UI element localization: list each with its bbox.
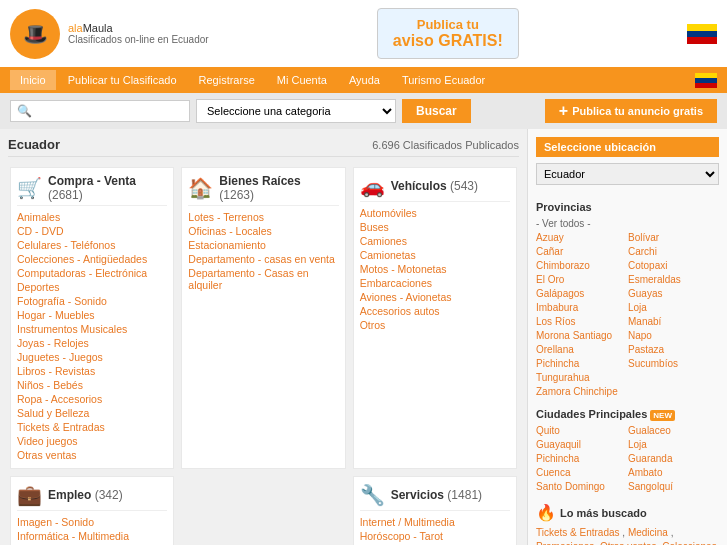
prov-canar[interactable]: Cañar	[536, 245, 627, 258]
ciudades-title-text: Ciudades Principales	[536, 408, 647, 420]
prov-cotopaxi[interactable]: Cotopaxi	[628, 259, 719, 272]
lm-medicina[interactable]: Medicina	[628, 527, 668, 538]
compra-fotografia[interactable]: Fotografía - Sonido	[17, 295, 107, 307]
ciudad-santodomingo[interactable]: Santo Domingo	[536, 480, 627, 493]
bienes-lotes[interactable]: Lotes - Terrenos	[188, 211, 264, 223]
compra-joyas[interactable]: Joyas - Relojes	[17, 337, 89, 349]
emp-informatica[interactable]: Informática - Multimedia	[17, 530, 129, 542]
prov-pichincha[interactable]: Pichincha	[536, 357, 627, 370]
compra-video[interactable]: Video juegos	[17, 435, 78, 447]
provincias-section: Provincias - Ver todos - Azuay Bolívar C…	[536, 201, 719, 398]
prov-morona[interactable]: Morona Santiago	[536, 329, 627, 342]
prov-orellana[interactable]: Orellana	[536, 343, 627, 356]
compra-tickets[interactable]: Tickets & Entradas	[17, 421, 105, 433]
nav-turismo[interactable]: Turismo Ecuador	[392, 70, 495, 90]
prov-tungurahua[interactable]: Tungurahua	[536, 371, 627, 384]
nav-registrarse[interactable]: Registrarse	[189, 70, 265, 90]
list-item: Ropa - Accesorios	[17, 392, 167, 406]
compra-juguetes[interactable]: Juguetes - Juegos	[17, 351, 103, 363]
compra-instrumentos[interactable]: Instrumentos Musicales	[17, 323, 127, 335]
nav-inicio[interactable]: Inicio	[10, 70, 56, 90]
ciudad-cuenca[interactable]: Cuenca	[536, 466, 627, 479]
compra-ninos[interactable]: Niños - Bebés	[17, 379, 83, 391]
compra-salud[interactable]: Salud y Belleza	[17, 407, 89, 419]
lm-promociones[interactable]: Promociones	[536, 541, 594, 545]
nav-publicar[interactable]: Publicar tu Clasificado	[58, 70, 187, 90]
compra-colecciones[interactable]: Colecciones - Antigüedades	[17, 253, 147, 265]
category-compra-header: 🛒 Compra - Venta (2681)	[17, 174, 167, 206]
ciudad-guayaquil[interactable]: Guayaquil	[536, 438, 627, 451]
plus-icon: +	[559, 102, 568, 120]
prov-zamora[interactable]: Zamora Chinchipe	[536, 385, 719, 398]
prov-loja[interactable]: Loja	[628, 301, 719, 314]
compra-otras[interactable]: Otras ventas	[17, 449, 77, 461]
serv-horoscopo[interactable]: Horóscopo - Tarot	[360, 530, 443, 542]
lm-otras[interactable]: Otras ventas	[600, 541, 657, 545]
prov-guayas[interactable]: Guayas	[628, 287, 719, 300]
nav-ayuda[interactable]: Ayuda	[339, 70, 390, 90]
prov-manabi[interactable]: Manabí	[628, 315, 719, 328]
prov-chimborazo[interactable]: Chimborazo	[536, 259, 627, 272]
veh-otros[interactable]: Otros	[360, 319, 386, 331]
ciudades-grid: Quito Gualaceo Guayaquil Loja Pichincha …	[536, 424, 719, 493]
bienes-estacionamiento[interactable]: Estacionamiento	[188, 239, 266, 251]
ciudad-pichincha[interactable]: Pichincha	[536, 452, 627, 465]
ad-banner[interactable]: Publica tu aviso GRATIS!	[377, 8, 519, 59]
search-input[interactable]	[36, 105, 183, 117]
prov-galapagos[interactable]: Galápagos	[536, 287, 627, 300]
veh-accesorios[interactable]: Accesorios autos	[360, 305, 440, 317]
logo-text-area: alaMaula Clasificados on-line en Ecuador	[68, 22, 209, 45]
search-icon: 🔍	[17, 104, 32, 118]
bienes-items: Lotes - Terrenos Oficinas - Locales Esta…	[188, 210, 338, 292]
logo-sub: Clasificados on-line en Ecuador	[68, 34, 209, 45]
ubicacion-select[interactable]: Ecuador	[536, 163, 719, 185]
ciudad-loja[interactable]: Loja	[628, 438, 719, 451]
compra-hogar[interactable]: Hogar - Muebles	[17, 309, 95, 321]
category-compra: 🛒 Compra - Venta (2681) Animales CD - DV…	[10, 167, 174, 469]
veh-aviones[interactable]: Aviones - Avionetas	[360, 291, 452, 303]
veh-motos[interactable]: Motos - Motonetas	[360, 263, 447, 275]
publish-button[interactable]: + Publica tu anuncio gratis	[545, 99, 717, 123]
category-select[interactable]: Seleccione una categoria	[196, 99, 396, 123]
emp-imagen[interactable]: Imagen - Sonido	[17, 516, 94, 528]
ciudad-ambato[interactable]: Ambato	[628, 466, 719, 479]
bienes-depto-alquiler[interactable]: Departamento - Casas en alquiler	[188, 267, 308, 291]
ciudad-guaranda[interactable]: Guaranda	[628, 452, 719, 465]
veh-buses[interactable]: Buses	[360, 221, 389, 233]
compra-cddvd[interactable]: CD - DVD	[17, 225, 64, 237]
veh-camiones[interactable]: Camiones	[360, 235, 407, 247]
ciudad-sangolqui[interactable]: Sangolquí	[628, 480, 719, 493]
prov-sucumbios[interactable]: Sucumbíos	[628, 357, 719, 370]
compra-computadoras[interactable]: Computadoras - Electrónica	[17, 267, 147, 279]
buscar-button[interactable]: Buscar	[402, 99, 471, 123]
lo-mas-title: 🔥 Lo más buscado	[536, 503, 719, 522]
veh-autos[interactable]: Automóviles	[360, 207, 417, 219]
compra-deportes[interactable]: Deportes	[17, 281, 60, 293]
list-item: Departamento - casas en venta	[188, 252, 338, 266]
prov-napo[interactable]: Napo	[628, 329, 719, 342]
prov-esmeraldas[interactable]: Esmeraldas	[628, 273, 719, 286]
prov-carchi[interactable]: Carchi	[628, 245, 719, 258]
compra-libros[interactable]: Libros - Revistas	[17, 365, 95, 377]
bienes-depto-venta[interactable]: Departamento - casas en venta	[188, 253, 335, 265]
nav-micuenta[interactable]: Mi Cuenta	[267, 70, 337, 90]
compra-celulares[interactable]: Celulares - Teléfonos	[17, 239, 115, 251]
veh-camionetas[interactable]: Camionetas	[360, 249, 416, 261]
compra-ropa[interactable]: Ropa - Accesorios	[17, 393, 102, 405]
veh-embarcaciones[interactable]: Embarcaciones	[360, 277, 432, 289]
lm-tickets[interactable]: Tickets & Entradas	[536, 527, 620, 538]
serv-internet[interactable]: Internet / Multimedia	[360, 516, 455, 528]
prov-imbabura[interactable]: Imbabura	[536, 301, 627, 314]
prov-azuay[interactable]: Azuay	[536, 231, 627, 244]
ciudad-gualaceo[interactable]: Gualaceo	[628, 424, 719, 437]
bienes-oficinas[interactable]: Oficinas - Locales	[188, 225, 271, 237]
prov-losrios[interactable]: Los Ríos	[536, 315, 627, 328]
header: 🎩 alaMaula Clasificados on-line en Ecuad…	[0, 0, 727, 67]
prov-ver-todos[interactable]: - Ver todos -	[536, 217, 719, 230]
prov-bolivar[interactable]: Bolívar	[628, 231, 719, 244]
list-item: Imagen - Sonido	[17, 515, 167, 529]
prov-pastaza[interactable]: Pastaza	[628, 343, 719, 356]
compra-animales[interactable]: Animales	[17, 211, 60, 223]
ciudad-quito[interactable]: Quito	[536, 424, 627, 437]
prov-eloro[interactable]: El Oro	[536, 273, 627, 286]
